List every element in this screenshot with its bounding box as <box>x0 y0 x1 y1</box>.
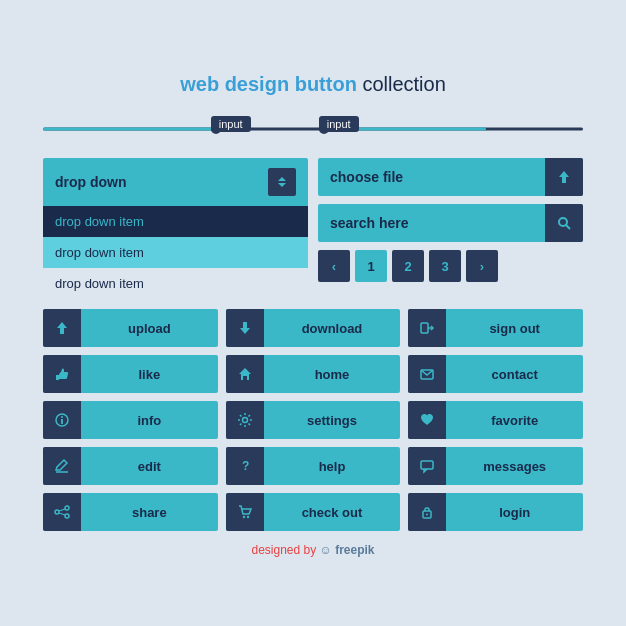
svg-point-17 <box>65 506 69 510</box>
download-icon <box>226 309 264 347</box>
svg-point-13 <box>242 418 247 423</box>
svg-marker-8 <box>239 368 251 380</box>
upload-icon <box>43 309 81 347</box>
signout-icon <box>408 309 446 347</box>
upload-file-button[interactable] <box>545 158 583 196</box>
buttons-grid: upload download sign out <box>43 309 583 531</box>
svg-rect-7 <box>421 323 428 333</box>
main-card: web design button collection input input… <box>23 53 603 573</box>
search-button[interactable] <box>545 204 583 242</box>
svg-line-20 <box>59 509 65 511</box>
slider-dot-right[interactable]: input <box>319 124 329 134</box>
file-label: choose file <box>318 159 545 195</box>
info-label: info <box>81 413 218 428</box>
like-button[interactable]: like <box>43 355 218 393</box>
svg-point-23 <box>246 516 248 518</box>
svg-point-12 <box>61 416 63 418</box>
edit-label: edit <box>81 459 218 474</box>
contact-label: contact <box>446 367 583 382</box>
help-label: help <box>264 459 401 474</box>
footer-text: designed by <box>252 543 317 557</box>
slider-dot-left[interactable]: input <box>211 124 221 134</box>
svg-marker-2 <box>559 171 569 183</box>
svg-marker-5 <box>57 322 67 334</box>
contact-icon <box>408 355 446 393</box>
favorite-icon <box>408 401 446 439</box>
svg-marker-6 <box>240 322 250 334</box>
svg-rect-16 <box>421 461 433 469</box>
help-icon: ? <box>226 447 264 485</box>
edit-button[interactable]: edit <box>43 447 218 485</box>
checkout-button[interactable]: check out <box>226 493 401 531</box>
like-icon <box>43 355 81 393</box>
messages-icon <box>408 447 446 485</box>
right-section: choose file search here ‹ 1 <box>318 158 583 299</box>
upload-label: upload <box>81 321 218 336</box>
settings-button[interactable]: settings <box>226 401 401 439</box>
login-button[interactable]: login <box>408 493 583 531</box>
signout-label: sign out <box>446 321 583 336</box>
svg-line-21 <box>59 513 65 515</box>
share-label: share <box>81 505 218 520</box>
edit-icon <box>43 447 81 485</box>
settings-label: settings <box>264 413 401 428</box>
dropdown-item-1[interactable]: drop down item <box>43 206 308 237</box>
upload-icon <box>556 169 572 185</box>
pagination-prev-button[interactable]: ‹ <box>318 250 350 282</box>
slider-label-left: input <box>211 116 251 132</box>
search-label: search here <box>318 205 545 241</box>
contact-button[interactable]: contact <box>408 355 583 393</box>
home-button[interactable]: home <box>226 355 401 393</box>
footer: designed by ☺ freepik <box>43 543 583 557</box>
checkout-label: check out <box>264 505 401 520</box>
title-highlight: web design button <box>180 73 357 95</box>
pagination-page-1[interactable]: 1 <box>355 250 387 282</box>
dropdown-item-3[interactable]: drop down item <box>43 268 308 299</box>
pagination-page-3[interactable]: 3 <box>429 250 461 282</box>
footer-brand: freepik <box>335 543 374 557</box>
page-title: web design button collection <box>43 73 583 96</box>
slider-label-right: input <box>319 116 359 132</box>
svg-line-4 <box>566 225 570 229</box>
info-icon <box>43 401 81 439</box>
search-icon <box>556 215 572 231</box>
upload-button[interactable]: upload <box>43 309 218 347</box>
title-rest: collection <box>357 73 446 95</box>
home-icon <box>226 355 264 393</box>
info-button[interactable]: info <box>43 401 218 439</box>
svg-marker-1 <box>278 183 286 187</box>
search-row: search here <box>318 204 583 242</box>
dropdown-item-2[interactable]: drop down item <box>43 237 308 268</box>
chevron-updown-icon <box>275 175 289 189</box>
favorite-button[interactable]: favorite <box>408 401 583 439</box>
slider-fill-left <box>43 128 216 131</box>
svg-text:?: ? <box>242 459 249 473</box>
svg-point-25 <box>426 514 428 516</box>
messages-label: messages <box>446 459 583 474</box>
dropdown-section: drop down drop down item drop down item … <box>43 158 308 299</box>
file-input-row: choose file <box>318 158 583 196</box>
favorite-label: favorite <box>446 413 583 428</box>
svg-point-19 <box>55 510 59 514</box>
signout-button[interactable]: sign out <box>408 309 583 347</box>
svg-marker-0 <box>278 177 286 181</box>
messages-button[interactable]: messages <box>408 447 583 485</box>
dropdown-label: drop down <box>55 174 127 190</box>
share-icon <box>43 493 81 531</box>
sliders-row: input input <box>43 114 583 144</box>
dropdown-toggle-button[interactable] <box>268 168 296 196</box>
help-button[interactable]: ? help <box>226 447 401 485</box>
download-label: download <box>264 321 401 336</box>
pagination-row: ‹ 1 2 3 › <box>318 250 583 282</box>
dropdown-header[interactable]: drop down <box>43 158 308 206</box>
checkout-icon <box>226 493 264 531</box>
like-label: like <box>81 367 218 382</box>
download-button[interactable]: download <box>226 309 401 347</box>
login-icon <box>408 493 446 531</box>
svg-point-3 <box>559 218 567 226</box>
share-button[interactable]: share <box>43 493 218 531</box>
login-label: login <box>446 505 583 520</box>
home-label: home <box>264 367 401 382</box>
pagination-page-2[interactable]: 2 <box>392 250 424 282</box>
pagination-next-button[interactable]: › <box>466 250 498 282</box>
